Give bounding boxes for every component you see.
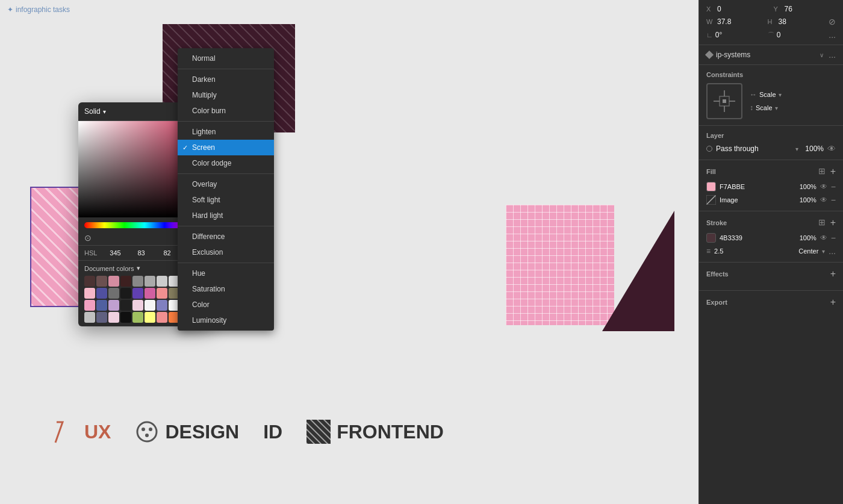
fill-image-label[interactable]: Image <box>720 196 791 204</box>
blend-item-luminosity[interactable]: Luminosity <box>178 313 274 328</box>
blend-item-multiply[interactable]: Multiply <box>178 87 274 103</box>
stroke-add-icon[interactable]: + <box>830 217 836 228</box>
fill-color-swatch[interactable] <box>706 182 716 191</box>
layer-name-arrow[interactable]: ∨ <box>820 52 824 58</box>
color-swatch-35[interactable] <box>145 312 155 323</box>
x-value[interactable]: 0 <box>717 5 769 13</box>
color-swatch-26[interactable] <box>157 300 167 311</box>
color-swatch-2[interactable] <box>108 276 119 287</box>
fill-eye-icon[interactable]: 👁 <box>820 182 827 191</box>
stroke-eye-icon[interactable]: 👁 <box>820 234 827 242</box>
color-swatch-32[interactable] <box>108 312 119 323</box>
color-swatch-1[interactable] <box>96 276 107 287</box>
blend-item-lighten[interactable]: Lighten <box>178 124 274 140</box>
constraints-section: Constraints ↔ <box>699 65 843 126</box>
color-swatch-25[interactable] <box>145 300 155 311</box>
color-swatch-22[interactable] <box>108 300 119 311</box>
y-label: Y <box>774 5 782 13</box>
dark-triangle <box>602 211 674 331</box>
h-value[interactable]: 38 <box>779 17 786 26</box>
color-swatch-24[interactable] <box>132 300 143 311</box>
transform-more[interactable]: ... <box>829 30 836 40</box>
h-constraint: ↔ Scale ▾ <box>750 90 782 99</box>
color-swatch-23[interactable] <box>120 300 131 311</box>
color-swatch-34[interactable] <box>132 312 143 323</box>
blend-item-darken[interactable]: Darken <box>178 72 274 87</box>
blend-item-difference[interactable]: Difference <box>178 229 274 244</box>
color-swatch-4[interactable] <box>132 276 143 287</box>
color-swatch-6[interactable] <box>157 276 167 287</box>
stroke-width-value[interactable]: 2.5 <box>714 247 795 255</box>
fill-image-eye[interactable]: 👁 <box>820 196 827 204</box>
color-swatch-20[interactable] <box>84 300 95 311</box>
color-swatch-12[interactable] <box>108 288 119 299</box>
xy-row: X 0 Y 76 <box>706 5 836 13</box>
color-swatch-14[interactable] <box>132 288 143 299</box>
h-constraint-label[interactable]: Scale <box>759 91 776 98</box>
effects-add-icon[interactable]: + <box>830 269 836 279</box>
blend-item-color[interactable]: Color <box>178 297 274 313</box>
layer-blend-mode[interactable]: Pass through <box>716 145 792 153</box>
fill-image-opacity[interactable]: 100% <box>795 196 817 204</box>
fill-opacity-value[interactable]: 100% <box>795 183 817 190</box>
fill-hex-value[interactable]: F7ABBE <box>720 183 791 190</box>
stroke-opacity-value[interactable]: 100% <box>795 234 817 241</box>
fill-grid-icon[interactable]: ⊞ <box>818 166 826 177</box>
color-swatch-11[interactable] <box>96 288 107 299</box>
color-swatch-10[interactable] <box>84 288 95 299</box>
blend-item-exclusion[interactable]: Exclusion <box>178 244 274 260</box>
blend-item-color-dodge[interactable]: Color dodge <box>178 155 274 171</box>
color-swatch-16[interactable] <box>157 288 167 299</box>
y-value[interactable]: 76 <box>785 5 836 13</box>
layer-opacity-value[interactable]: 100% <box>802 145 824 153</box>
stroke-color-swatch[interactable] <box>706 233 716 243</box>
hsl-h-value[interactable]: 345 <box>104 249 127 257</box>
color-swatch-5[interactable] <box>145 276 155 287</box>
fill-add-icon[interactable]: + <box>830 166 836 177</box>
export-add-icon[interactable]: + <box>830 297 836 308</box>
v-constraint-label[interactable]: Scale <box>756 104 773 111</box>
eyedropper-icon[interactable]: ⊙ <box>84 233 92 243</box>
color-swatch-21[interactable] <box>96 300 107 311</box>
stroke-grid-icon[interactable]: ⊞ <box>818 217 826 228</box>
color-swatch-33[interactable] <box>120 312 131 323</box>
fill-image-remove[interactable]: − <box>831 195 836 205</box>
svg-point-0 <box>137 422 157 441</box>
hsl-mode-label[interactable]: HSL <box>84 249 101 257</box>
blend-item-normal[interactable]: Normal <box>178 51 274 66</box>
constraint-diagram <box>712 89 736 113</box>
blend-item-hard-light[interactable]: Hard light <box>178 208 274 223</box>
color-swatch-36[interactable] <box>157 312 167 323</box>
color-swatch-30[interactable] <box>84 312 95 323</box>
stroke-more-icon[interactable]: ... <box>829 246 836 256</box>
color-swatch-3[interactable] <box>120 276 131 287</box>
breadcrumb-link[interactable]: ✦ infographic tasks <box>7 5 70 14</box>
w-value[interactable]: 37.8 <box>717 17 731 26</box>
blend-item-soft-light[interactable]: Soft light <box>178 192 274 208</box>
hsl-l-value[interactable]: 82 <box>155 249 179 257</box>
layer-visibility-icon[interactable]: 👁 <box>827 144 836 154</box>
stroke-type-value[interactable]: Center <box>798 247 818 255</box>
hsl-s-value[interactable]: 83 <box>129 249 153 257</box>
fill-remove-icon[interactable]: − <box>831 182 836 191</box>
blend-item-hue[interactable]: Hue <box>178 266 274 281</box>
x-label: X <box>706 5 715 13</box>
stroke-remove-icon[interactable]: − <box>831 233 836 243</box>
color-swatch-0[interactable] <box>84 276 95 287</box>
w-group: W 37.8 <box>706 17 763 26</box>
angle-value[interactable]: 0° <box>715 31 722 39</box>
blend-section-0: Normal <box>178 48 274 69</box>
color-swatch-15[interactable] <box>145 288 155 299</box>
blend-item-color-burn[interactable]: Color burn <box>178 103 274 119</box>
lock-icon[interactable]: ⊘ <box>829 17 836 26</box>
stroke-width-row: ≡ 2.5 Center ▾ ... <box>706 246 836 256</box>
stroke-hex-value[interactable]: 4B3339 <box>720 234 791 241</box>
radius-value[interactable]: 0 <box>777 31 781 39</box>
layer-name-more[interactable]: ... <box>829 50 836 60</box>
color-swatch-13[interactable] <box>120 288 131 299</box>
grid-pink-rect <box>506 205 614 325</box>
blend-item-screen[interactable]: Screen <box>178 140 274 155</box>
color-swatch-31[interactable] <box>96 312 107 323</box>
blend-item-saturation[interactable]: Saturation <box>178 281 274 297</box>
blend-item-overlay[interactable]: Overlay <box>178 176 274 192</box>
